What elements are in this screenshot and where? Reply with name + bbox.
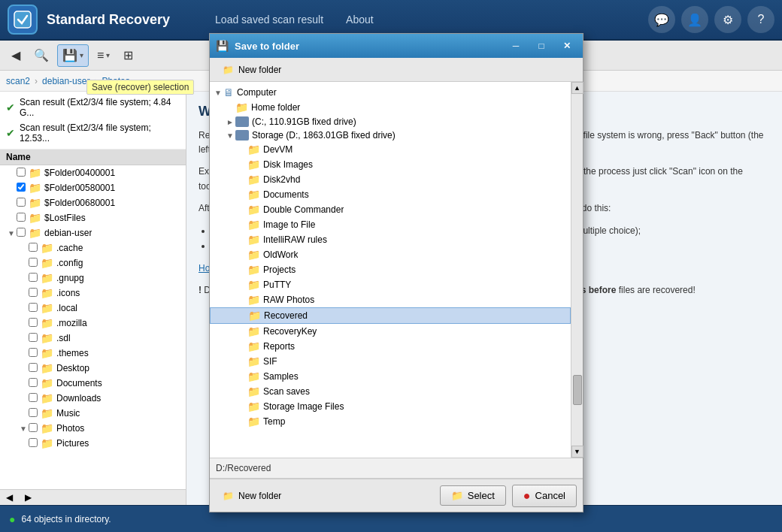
scrollbar-thumb[interactable] [573,375,582,405]
select-button[interactable]: 📁 Select [440,485,506,506]
folder-icon: 📁 [41,407,53,419]
search-button[interactable]: 🔍 [29,44,54,67]
folder-icon: 📁 [41,302,53,314]
footer-new-folder-button[interactable]: 📁 New folder [216,488,288,504]
list-item[interactable]: 📁 .cache [0,240,186,255]
settings-icon[interactable]: ⚙ [714,6,741,33]
list-item[interactable]: 📁 .local [0,301,186,316]
list-icon: ≡ [97,49,104,62]
list-item[interactable]: 📁 Image to File [210,217,571,232]
file-tree[interactable]: 📁 $Folder00400001 📁 $Folder00580001 📁 $F… [0,165,186,489]
list-view-button[interactable]: ≡ ▾ [92,44,115,67]
left-panel: ✔ Scan result (Ext2/3/4 file system; 4.8… [0,92,186,505]
folder-icon: 📁 [41,437,53,449]
folder-icon: 📁 [41,317,53,329]
dialog-maximize-button[interactable]: □ [532,38,551,54]
folder-icon: 📁 [247,249,260,261]
nav-load-scan[interactable]: Load saved scan result [215,11,323,29]
cancel-button[interactable]: ● Cancel [512,485,577,507]
scan-result-2[interactable]: ✔ Scan result (Ext2/3/4 file system; 12.… [0,120,186,146]
list-item[interactable]: 📁 Storage Image Files [210,399,571,414]
list-item[interactable]: 📁 Double Commander [210,202,571,217]
list-item[interactable]: 📁 Desktop [0,361,186,376]
message-icon[interactable]: 💬 [648,6,675,33]
search-icon: 🔍 [34,48,49,62]
scrollbar-up-button[interactable]: ▲ [571,82,583,94]
scroll-left-button[interactable]: ◀ [0,490,19,505]
list-item[interactable]: 📁 Documents [0,376,186,391]
folder-icon: 📁 [247,340,260,352]
list-item[interactable]: 📁 $Folder00400001 [0,165,186,180]
folder-icon: 📁 [41,377,53,389]
list-dropdown-arrow: ▾ [106,51,110,59]
list-item[interactable]: 📁 $Folder00680001 [0,195,186,210]
back-button[interactable]: ◀ [6,44,26,67]
list-item[interactable]: 📁 Documents [210,187,571,202]
list-item[interactable]: ▼ 🖥 Computer [210,85,571,100]
new-folder-icon: 📁 [223,65,234,75]
list-item[interactable]: ▼ Storage (D:, 1863.01GB fixed drive) [210,128,571,142]
list-item[interactable]: 📁 Home folder [210,100,571,115]
list-item[interactable]: 📁 Music [0,406,186,421]
list-item[interactable]: 📁 Disk Images [210,157,571,172]
list-item[interactable]: 📁 Downloads [0,391,186,406]
dialog-path-bar: D:/Recovered [210,458,583,479]
list-item[interactable]: 📁 RecoveryKey [210,324,571,339]
folder-icon: 📁 [247,279,260,291]
list-item[interactable]: 📁 .config [0,255,186,271]
list-item[interactable]: 📁 IntelliRAW rules [210,232,571,247]
list-item[interactable]: 📁 Pictures [0,436,186,451]
list-item[interactable]: ▼ 📁 debian-user [0,225,186,240]
scrollbar-down-button[interactable]: ▼ [571,446,583,458]
scan-ok-icon-2: ✔ [6,127,15,139]
folder-icon: 📁 [247,401,260,413]
list-item[interactable]: 📁 RAW Photos [210,292,571,307]
grid-icon: ⊞ [123,48,133,62]
list-item[interactable]: 📁 .mozilla [0,316,186,331]
list-item[interactable]: 📁 PuTTY [210,277,571,292]
save-button[interactable]: 💾 ▾ [57,44,89,67]
list-item[interactable]: 📁 Projects [210,262,571,277]
scroll-right-button[interactable]: ▶ [19,490,38,505]
list-item[interactable]: ▼ 📁 Photos [0,421,186,436]
list-item[interactable]: 📁 .icons [0,286,186,301]
list-item[interactable]: 📁 .themes [0,346,186,361]
list-item[interactable]: 📁 DevVM [210,142,571,157]
nav-about[interactable]: About [346,11,374,29]
status-dot: ● [9,513,15,525]
list-item[interactable]: 📁 Reports [210,339,571,354]
folder-icon: 📁 [247,204,260,216]
list-item[interactable]: 📁 $LostFiles [0,210,186,225]
drive-icon [235,116,249,127]
save-tooltip: Save (recover) selection [86,80,194,95]
folder-icon: 📁 [41,242,53,254]
list-item[interactable]: 📁 Scan saves [210,384,571,399]
list-item[interactable]: 📁 Recovered [210,307,571,324]
list-item[interactable]: 📁 SIF [210,354,571,369]
list-item[interactable]: ► (C:, 110.91GB fixed drive) [210,115,571,128]
dialog-minimize-button[interactable]: ─ [506,38,526,54]
breadcrumb-debian-user[interactable]: debian-user [42,76,89,86]
dialog-new-folder-button[interactable]: 📁 New folder [216,62,288,78]
list-item[interactable]: 📁 Temp [210,414,571,429]
list-item[interactable]: 📁 Samples [210,369,571,384]
list-item[interactable]: 📁 Disk2vhd [210,172,571,187]
dialog-tree[interactable]: ▼ 🖥 Computer 📁 Home folder ► (C:, 110. [210,82,571,458]
top-nav: Load saved scan result About [215,11,648,29]
list-item[interactable]: 📁 .gnupg [0,271,186,286]
folder-icon: 📁 [247,144,260,156]
dialog-close-button[interactable]: ✕ [557,38,577,54]
list-item[interactable]: 📁 OldWork [210,247,571,262]
drive-icon [235,130,249,141]
list-item[interactable]: 📁 $Folder00580001 [0,180,186,195]
list-item[interactable]: 📁 .sdl [0,331,186,346]
dialog-titlebar: 💾 Save to folder ─ □ ✕ [210,34,583,58]
help-icon[interactable]: ? [747,6,774,33]
save-icon: 💾 [62,48,77,62]
folder-icon: 📁 [29,182,41,194]
breadcrumb-scan2[interactable]: scan2 [6,76,30,86]
scrollbar-track[interactable] [571,94,583,446]
grid-view-button[interactable]: ⊞ [118,44,138,67]
scan-result-1[interactable]: ✔ Scan result (Ext2/3/4 file system; 4.8… [0,95,186,120]
user-icon[interactable]: 👤 [681,6,708,33]
